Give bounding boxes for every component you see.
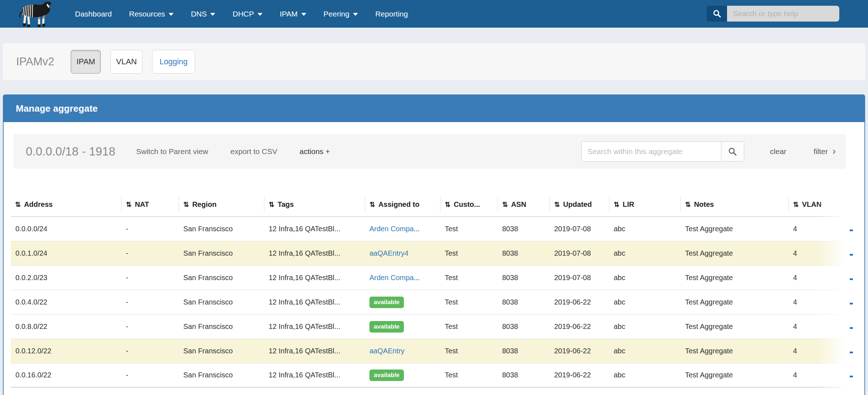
- search-icon: [728, 147, 737, 156]
- cell-nat: -: [121, 298, 179, 306]
- tab-vlan[interactable]: VLAN: [110, 50, 142, 74]
- okapi-logo-image: [16, 1, 54, 27]
- cell-edge: [842, 322, 853, 331]
- cell-notes: Test Aggregate: [680, 371, 788, 379]
- cell-edge: [842, 274, 853, 282]
- aggregate-search-input[interactable]: [581, 141, 721, 162]
- cell-asn: 8038: [497, 347, 549, 355]
- global-search-input[interactable]: [727, 6, 839, 22]
- cell-region: San Franscisco: [179, 274, 264, 282]
- nav-item-label: Dashboard: [75, 10, 112, 18]
- column-header-label: Address: [24, 200, 53, 209]
- export-csv-link[interactable]: export to CSV: [230, 147, 277, 156]
- tab-ipam[interactable]: IPAM: [71, 50, 101, 74]
- column-header-updated[interactable]: ⇅ Updated: [549, 196, 609, 212]
- okapi-logo[interactable]: [16, 1, 54, 27]
- column-header-assignedto[interactable]: ⇅ Assigned to: [365, 196, 440, 212]
- column-header-notes[interactable]: ⇅ Notes: [680, 196, 788, 212]
- sort-icon: ⇅: [126, 200, 132, 209]
- cell-customer: Test: [440, 225, 497, 233]
- cell-vlan: 4: [788, 347, 842, 355]
- column-header-label: VLAN: [802, 200, 821, 209]
- row-edge-link-fragment: [850, 352, 853, 353]
- row-edge-link-fragment: [850, 229, 853, 231]
- actions-menu[interactable]: actions +: [299, 147, 330, 156]
- cell-region: San Franscisco: [179, 225, 264, 233]
- cell-updated: 2019-06-22: [549, 371, 609, 379]
- cell-lir: abc: [609, 274, 680, 282]
- sort-icon: ⇅: [614, 200, 619, 209]
- cell-assigned-to: Arden Compa...: [365, 274, 440, 282]
- cell-assigned-to: aaQAEntry: [365, 347, 440, 355]
- cell-tags: 12 Infra,16 QATestBl...: [264, 371, 365, 379]
- nav-item-dhcp[interactable]: DHCP: [224, 10, 271, 18]
- sort-icon: ⇅: [554, 200, 560, 209]
- assigned-to-link[interactable]: Arden Compa: [369, 274, 414, 282]
- nav-item-label: Peering: [324, 10, 349, 18]
- toolbar-right: clear filter ›: [581, 141, 846, 162]
- nav-item-ipam[interactable]: IPAM: [271, 10, 315, 18]
- cell-vlan: 4: [788, 298, 842, 306]
- assigned-to-link[interactable]: aaQAEntry4: [369, 249, 409, 257]
- cell-address: 0.0.1.0/24: [11, 249, 121, 257]
- cell-edge: [842, 298, 853, 306]
- cell-tags: 12 Infra,16 QATestBl...: [264, 225, 365, 233]
- filter-link[interactable]: filter ›: [813, 147, 836, 156]
- column-header-lir[interactable]: ⇅ LIR: [609, 196, 680, 212]
- nav-item-reporting[interactable]: Reporting: [367, 10, 416, 18]
- filter-label: filter: [813, 147, 828, 156]
- aggregate-search-button[interactable]: [721, 141, 744, 162]
- table-row: 0.0.4.0/22 - San Franscisco 12 Infra,16 …: [11, 290, 853, 315]
- cell-updated: 2019-06-22: [549, 298, 609, 306]
- cell-region: San Franscisco: [179, 322, 264, 331]
- assigned-to-link[interactable]: aaQAEntry: [369, 347, 405, 355]
- column-header-nat[interactable]: ⇅ NAT: [121, 196, 179, 212]
- global-search-button[interactable]: [707, 6, 727, 22]
- aggregate-toolbar: 0.0.0.0/18 - 1918 Switch to Parent view …: [14, 134, 846, 169]
- cell-updated: 2019-07-08: [549, 249, 609, 257]
- ipamv2-bar: IPAMv2 IPAM VLAN Logging: [3, 43, 865, 80]
- assigned-to-link[interactable]: Arden Compa: [369, 225, 414, 233]
- column-header-label: Region: [192, 200, 217, 209]
- cell-nat: -: [121, 347, 179, 355]
- cell-edge: [842, 225, 853, 233]
- cell-vlan: 4: [788, 371, 842, 379]
- column-header-region[interactable]: ⇅ Region: [179, 196, 264, 212]
- cell-updated: 2019-07-08: [549, 274, 609, 282]
- column-header-custo[interactable]: ⇅ Custo...: [440, 196, 497, 212]
- nav-item-peering[interactable]: Peering: [315, 10, 367, 18]
- view-tabs: IPAM VLAN Logging: [71, 50, 203, 74]
- cell-lir: abc: [609, 225, 680, 233]
- nav-item-label: DHCP: [232, 10, 254, 18]
- nav-item-dashboard[interactable]: Dashboard: [66, 10, 121, 18]
- cell-region: San Franscisco: [179, 298, 264, 306]
- nav-item-label: IPAM: [280, 10, 298, 18]
- cell-lir: abc: [609, 249, 680, 257]
- cell-customer: Test: [440, 371, 497, 379]
- truncation-ellipsis: ...: [414, 274, 420, 282]
- cell-tags: 12 Infra,16 QATestBl...: [264, 322, 365, 331]
- cell-assigned-to: available: [365, 297, 440, 308]
- column-header-address[interactable]: ⇅ Address: [11, 196, 121, 212]
- cell-tags: 12 Infra,16 QATestBl...: [264, 298, 365, 306]
- cell-vlan: 4: [788, 249, 842, 257]
- column-header-asn[interactable]: ⇅ ASN: [497, 196, 549, 212]
- tab-logging[interactable]: Logging: [152, 50, 195, 74]
- column-header-label: Assigned to: [378, 200, 419, 209]
- status-badge-available: available: [369, 321, 404, 333]
- cell-lir: abc: [609, 298, 680, 306]
- cell-vlan: 4: [788, 225, 842, 233]
- nav-item-label: Resources: [129, 10, 165, 18]
- nav-item-resources[interactable]: Resources: [121, 10, 182, 18]
- cell-tags: 12 Infra,16 QATestBl...: [264, 274, 365, 282]
- clear-link[interactable]: clear: [770, 147, 787, 156]
- cell-assigned-to: available: [365, 321, 440, 333]
- cell-lir: abc: [609, 347, 680, 355]
- chevron-right-icon: ›: [832, 147, 836, 156]
- column-header-vlan[interactable]: ⇅ VLAN: [788, 196, 842, 212]
- nav-item-dns[interactable]: DNS: [182, 10, 224, 18]
- column-header-tags[interactable]: ⇅ Tags: [264, 196, 365, 212]
- sort-icon: ⇅: [269, 200, 274, 209]
- switch-parent-view-link[interactable]: Switch to Parent view: [136, 147, 208, 156]
- cell-region: San Franscisco: [179, 371, 264, 379]
